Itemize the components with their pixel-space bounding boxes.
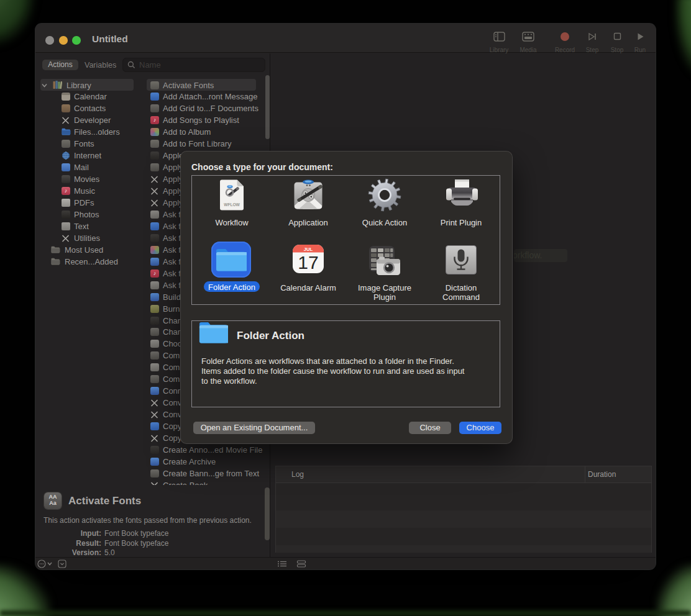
svg-text:17: 17	[298, 252, 318, 273]
svg-text:WFLOW: WFLOW	[224, 202, 240, 207]
svg-text:JUL: JUL	[304, 247, 313, 252]
